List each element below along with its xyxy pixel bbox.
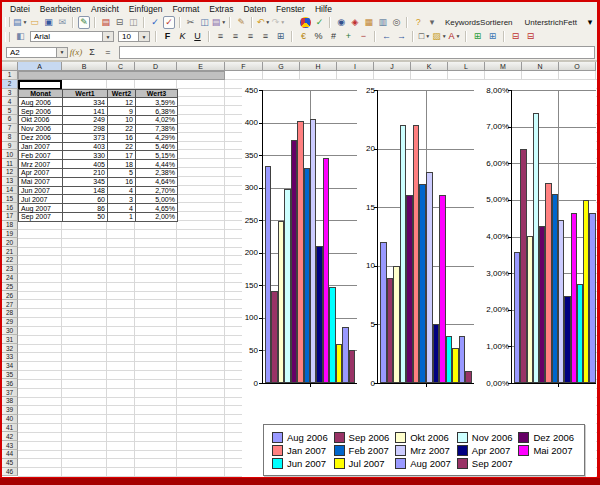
- table-cell[interactable]: 17: [108, 151, 136, 160]
- bold-button[interactable]: F: [161, 30, 174, 43]
- column-header-m[interactable]: M: [485, 62, 522, 71]
- background-color-icon[interactable]: ▨▼: [433, 30, 446, 43]
- row-header-23[interactable]: 23: [2, 265, 18, 274]
- row-header-21[interactable]: 21: [2, 247, 18, 256]
- chevron-down-icon[interactable]: ▼: [138, 32, 149, 41]
- table-cell[interactable]: Okt 2006: [19, 116, 63, 125]
- export-pdf-icon[interactable]: ▤: [100, 16, 112, 29]
- table-cell[interactable]: 3: [108, 195, 136, 204]
- table-cell[interactable]: 22: [108, 125, 136, 134]
- italic-button[interactable]: K: [176, 30, 189, 43]
- table-header-cell[interactable]: Wert1: [63, 90, 108, 99]
- gallery-icon[interactable]: ▦: [363, 16, 375, 29]
- align-center-icon[interactable]: ≡: [229, 30, 242, 43]
- table-cell[interactable]: Feb 2007: [19, 151, 63, 160]
- table-cell[interactable]: 6,38%: [136, 107, 178, 116]
- styles-icon[interactable]: ◧: [14, 30, 27, 43]
- row-header-40[interactable]: 40: [2, 415, 18, 424]
- print-icon[interactable]: ⊟: [114, 16, 126, 29]
- row-header-1[interactable]: 1: [2, 71, 18, 80]
- row-header-7[interactable]: 7: [2, 124, 18, 133]
- row-header-39[interactable]: 39: [2, 406, 18, 415]
- row-header-17[interactable]: 17: [2, 212, 18, 221]
- format-paintbrush-icon[interactable]: ✎: [235, 16, 247, 29]
- copy-icon[interactable]: ◫: [199, 16, 211, 29]
- column-header-g[interactable]: G: [263, 62, 300, 71]
- column-header-a[interactable]: A: [18, 62, 62, 71]
- percent-format-icon[interactable]: %: [312, 30, 325, 43]
- table-cell[interactable]: 2,00%: [136, 213, 178, 222]
- select-all-corner[interactable]: [2, 62, 18, 71]
- table-header-cell[interactable]: Wert2: [108, 90, 136, 99]
- page-preview-icon[interactable]: ◫: [127, 16, 139, 29]
- help-icon[interactable]: ?: [412, 16, 424, 29]
- increase-indent-icon[interactable]: →: [395, 30, 408, 43]
- chevron-down-icon[interactable]: ▼: [22, 20, 27, 25]
- row-header-24[interactable]: 24: [2, 274, 18, 283]
- table-cell[interactable]: Sep 2006: [19, 107, 63, 116]
- row-header-9[interactable]: 9: [2, 142, 18, 151]
- delete-columns-icon[interactable]: ⊟: [524, 30, 537, 43]
- find-replace-icon[interactable]: ◉: [335, 16, 347, 29]
- legend-item-dez-2006[interactable]: Dez 2006: [518, 432, 580, 443]
- legend-item-aug-2006[interactable]: Aug 2006: [272, 432, 334, 443]
- row-header-46[interactable]: 46: [2, 468, 18, 477]
- table-cell[interactable]: 2,70%: [136, 187, 178, 196]
- table-cell[interactable]: 249: [63, 116, 108, 125]
- table-cell[interactable]: Aug 2006: [19, 98, 63, 107]
- table-header-cell[interactable]: Monat: [19, 90, 63, 99]
- data-sources-icon[interactable]: ▥: [377, 16, 389, 29]
- row-header-26[interactable]: 26: [2, 291, 18, 300]
- table-cell[interactable]: 148: [63, 187, 108, 196]
- row-header-16[interactable]: 16: [2, 203, 18, 212]
- table-header-cell[interactable]: Wert3: [136, 90, 178, 99]
- table-cell[interactable]: 18: [108, 160, 136, 169]
- table-cell[interactable]: 4: [108, 204, 136, 213]
- table-cell[interactable]: 4: [108, 187, 136, 196]
- table-cell[interactable]: 4,44%: [136, 160, 178, 169]
- table-cell[interactable]: 298: [63, 125, 108, 134]
- legend-item-mrz-2007[interactable]: Mrz 2007: [395, 445, 457, 456]
- row-header-15[interactable]: 15: [2, 194, 18, 203]
- row-header-5[interactable]: 5: [2, 106, 18, 115]
- chevron-down-icon[interactable]: ▼: [56, 48, 67, 57]
- table-cell[interactable]: Nov 2006: [19, 125, 63, 134]
- row-header-31[interactable]: 31: [2, 335, 18, 344]
- row-header-27[interactable]: 27: [2, 300, 18, 309]
- chevron-down-icon[interactable]: ▼: [265, 20, 270, 25]
- table-cell[interactable]: 9: [108, 107, 136, 116]
- table-cell[interactable]: Jun 2007: [19, 187, 63, 196]
- legend-item-feb-2007[interactable]: Feb 2007: [334, 445, 396, 456]
- delete-rows-icon[interactable]: ⊟: [509, 30, 522, 43]
- row-header-18[interactable]: 18: [2, 221, 18, 230]
- row-header-14[interactable]: 14: [2, 186, 18, 195]
- table-cell[interactable]: 5: [108, 169, 136, 178]
- row-header-25[interactable]: 25: [2, 283, 18, 292]
- undo-icon[interactable]: ↶▼: [257, 16, 270, 29]
- align-justify-icon[interactable]: ≡: [259, 30, 272, 43]
- row-header-30[interactable]: 30: [2, 327, 18, 336]
- name-box[interactable]: A2 ▼: [6, 47, 68, 58]
- row-header-33[interactable]: 33: [2, 353, 18, 362]
- table-cell[interactable]: 3,59%: [136, 98, 178, 107]
- table-cell[interactable]: Jul 2007: [19, 195, 63, 204]
- table-cell[interactable]: 1: [108, 213, 136, 222]
- row-header-3[interactable]: 3: [2, 89, 18, 98]
- align-right-icon[interactable]: ≡: [244, 30, 257, 43]
- table-cell[interactable]: Mai 2007: [19, 178, 63, 187]
- column-header-l[interactable]: L: [448, 62, 485, 71]
- table-cell[interactable]: 10: [108, 116, 136, 125]
- table-cell[interactable]: 16: [108, 134, 136, 143]
- chevron-down-icon[interactable]: ▼: [221, 20, 226, 25]
- toolbar-options-icon[interactable]: ▾: [584, 16, 596, 29]
- row-header-42[interactable]: 42: [2, 432, 18, 441]
- add-decimal-icon[interactable]: +: [342, 30, 355, 43]
- cut-icon[interactable]: ✂: [185, 16, 197, 29]
- chevron-down-icon[interactable]: ▼: [280, 20, 285, 25]
- insert-rows-icon[interactable]: ⊞: [471, 30, 484, 43]
- row-header-29[interactable]: 29: [2, 318, 18, 327]
- menu-item-extras[interactable]: Extras: [205, 4, 237, 14]
- row-header-38[interactable]: 38: [2, 397, 18, 406]
- chevron-down-icon[interactable]: ▼: [102, 32, 113, 41]
- table-cell[interactable]: 334: [63, 98, 108, 107]
